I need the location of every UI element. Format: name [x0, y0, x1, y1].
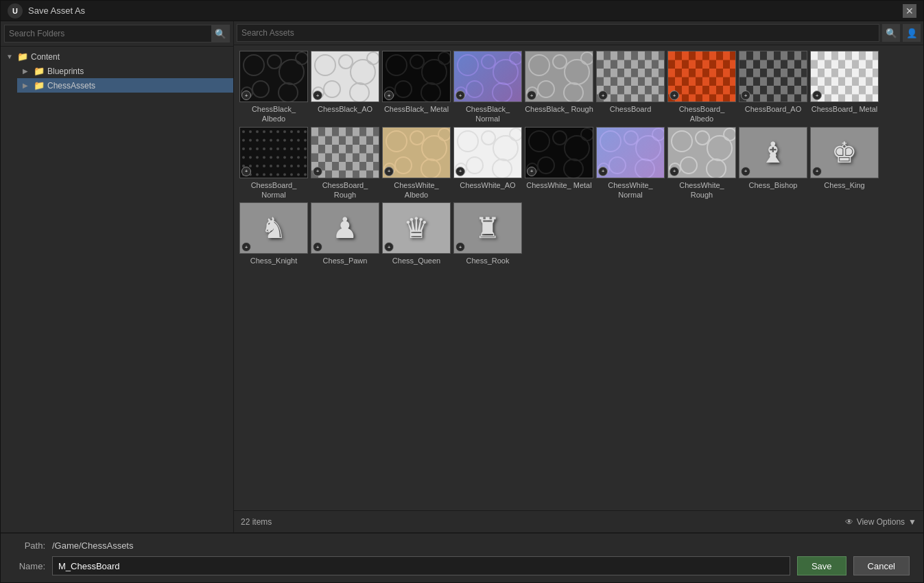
- svg-point-208: [297, 139, 300, 141]
- svg-point-265: [553, 131, 567, 145]
- asset-item[interactable]: +ChessBoard_AO: [739, 51, 807, 124]
- svg-rect-79: [696, 51, 702, 60]
- svg-rect-53: [631, 95, 638, 103]
- svg-point-25: [493, 83, 512, 102]
- asset-name: ChessBoard_ Normal: [239, 180, 308, 200]
- asset-item[interactable]: +ChessBoard: [596, 51, 665, 124]
- chessassets-folder-icon: 📁: [34, 80, 45, 91]
- svg-rect-42: [611, 51, 617, 60]
- svg-rect-154: [866, 69, 873, 78]
- svg-point-274: [609, 157, 626, 174]
- svg-point-168: [249, 156, 252, 158]
- asset-item[interactable]: +ChessBlack_AO: [311, 51, 379, 124]
- svg-rect-124: [794, 86, 801, 95]
- asset-item[interactable]: +ChessWhite_ Rough: [667, 127, 736, 200]
- svg-point-30: [565, 60, 589, 84]
- asset-item[interactable]: ♛+Chess_Queen: [382, 202, 451, 265]
- asset-item[interactable]: +ChessBoard_ Metal: [810, 51, 879, 124]
- svg-point-4: [279, 83, 298, 102]
- tree-item-chessassets[interactable]: ▶ 📁 ChessAssets: [17, 78, 233, 93]
- svg-point-184: [270, 139, 272, 141]
- asset-item[interactable]: +ChessWhite_ Normal: [596, 127, 665, 200]
- tree-item-blueprints[interactable]: ▶ 📁 Blueprints: [17, 64, 233, 78]
- svg-rect-85: [709, 51, 716, 60]
- search-folders-input[interactable]: [5, 29, 211, 38]
- asset-item[interactable]: +ChessBoard_ Rough: [311, 127, 379, 200]
- asset-item[interactable]: +ChessBlack_ Albedo: [239, 51, 308, 124]
- blueprints-folder-icon: 📁: [34, 66, 45, 76]
- asset-name: ChessBlack_ Metal: [384, 104, 449, 114]
- svg-rect-119: [787, 60, 794, 69]
- name-input[interactable]: [52, 556, 790, 575]
- asset-badge: +: [241, 167, 251, 176]
- asset-item[interactable]: +ChessBlack_ Normal: [453, 51, 522, 124]
- svg-rect-144: [845, 60, 852, 69]
- svg-rect-59: [645, 95, 652, 103]
- svg-rect-237: [346, 170, 353, 178]
- asset-thumbnail: ♛+: [382, 202, 451, 254]
- asset-thumbnail: +: [810, 51, 879, 102]
- svg-point-271: [600, 131, 621, 152]
- asset-item[interactable]: +ChessWhite_ Albedo: [382, 127, 451, 200]
- svg-rect-243: [359, 170, 366, 178]
- asset-item[interactable]: ♞+Chess_Knight: [239, 202, 308, 265]
- asset-item[interactable]: +ChessWhite_AO: [453, 127, 522, 200]
- asset-thumbnail: +: [667, 127, 736, 178]
- asset-item[interactable]: ♚+Chess_King: [810, 127, 879, 200]
- svg-point-14: [386, 55, 407, 75]
- asset-thumbnail: +: [453, 127, 522, 178]
- svg-rect-102: [746, 78, 753, 86]
- svg-rect-126: [801, 78, 807, 86]
- search-assets-input[interactable]: [237, 24, 879, 42]
- view-options-button[interactable]: 👁 View Options ▼: [845, 517, 916, 527]
- tree-item-content[interactable]: ▼ 📁 Content: [1, 49, 233, 64]
- svg-point-263: [510, 128, 522, 141]
- svg-point-15: [410, 55, 424, 69]
- svg-point-199: [283, 165, 286, 167]
- asset-item[interactable]: ♝+Chess_Bishop: [739, 127, 807, 200]
- asset-badge: +: [670, 167, 679, 176]
- svg-rect-110: [767, 51, 774, 60]
- asset-badge: +: [598, 91, 608, 100]
- asset-item[interactable]: ♜+Chess_Rook: [453, 202, 522, 265]
- svg-rect-220: [311, 128, 318, 136]
- svg-point-259: [493, 136, 518, 160]
- asset-item[interactable]: ♟+Chess_Pawn: [311, 202, 379, 265]
- svg-rect-67: [668, 51, 675, 60]
- asset-name: Chess_King: [824, 180, 864, 190]
- asset-thumbnail: ♜+: [453, 202, 522, 254]
- asset-thumbnail: +: [239, 127, 308, 178]
- svg-point-203: [290, 147, 293, 150]
- svg-rect-101: [746, 60, 753, 69]
- save-button[interactable]: Save: [797, 556, 846, 575]
- search-assets-button[interactable]: 🔍: [882, 24, 900, 42]
- asset-name: Chess_Knight: [250, 256, 298, 265]
- svg-point-160: [242, 139, 245, 141]
- asset-badge: +: [812, 91, 822, 100]
- search-folders-button[interactable]: 🔍: [211, 25, 229, 43]
- tree-arrow-chessassets: ▶: [23, 82, 31, 89]
- cancel-button[interactable]: Cancel: [853, 556, 910, 575]
- close-button[interactable]: ✕: [903, 4, 916, 18]
- svg-point-210: [297, 156, 300, 158]
- svg-rect-238: [353, 128, 359, 136]
- asset-item[interactable]: +ChessBlack_ Metal: [382, 51, 451, 124]
- asset-item[interactable]: +ChessBoard_ Albedo: [667, 51, 736, 124]
- svg-point-178: [263, 139, 265, 141]
- name-label: Name:: [14, 561, 45, 571]
- svg-point-21: [458, 55, 478, 75]
- chevron-down-icon: ▼: [908, 517, 916, 527]
- svg-point-211: [297, 165, 300, 167]
- asset-item[interactable]: +ChessBoard_ Normal: [239, 127, 308, 200]
- asset-name: ChessBoard_ Rough: [311, 180, 379, 200]
- svg-point-18: [421, 83, 440, 102]
- svg-point-1: [268, 55, 281, 69]
- asset-item[interactable]: +ChessBlack_ Rough: [525, 51, 593, 124]
- search-folders-wrap: 🔍: [4, 25, 230, 43]
- svg-rect-90: [716, 95, 723, 103]
- user-button[interactable]: 👤: [903, 24, 921, 42]
- svg-point-215: [304, 147, 307, 150]
- asset-item[interactable]: +ChessWhite_ Metal: [525, 127, 593, 200]
- svg-rect-230: [332, 153, 339, 162]
- svg-rect-99: [739, 69, 746, 78]
